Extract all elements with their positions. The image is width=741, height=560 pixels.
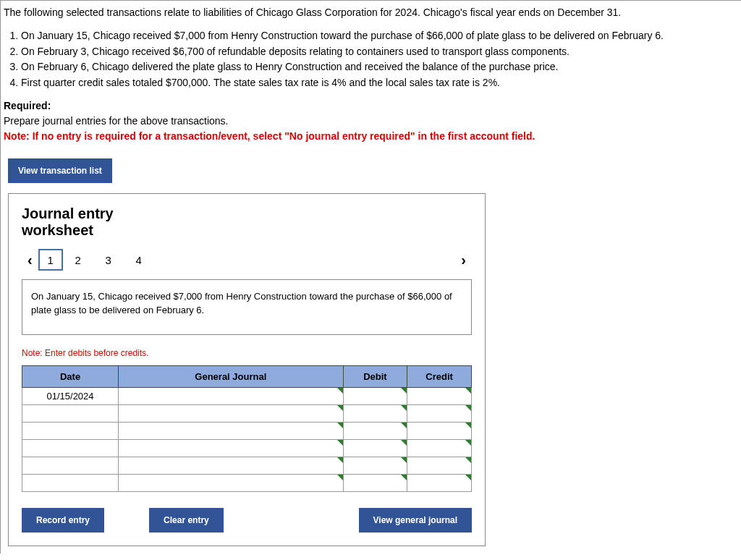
account-cell[interactable]	[119, 439, 344, 457]
dropdown-icon	[401, 475, 407, 480]
debit-cell[interactable]	[343, 439, 407, 457]
transaction-item: First quarter credit sales totaled $700,…	[21, 76, 741, 90]
credit-cell[interactable]	[407, 457, 472, 474]
page-2-tab[interactable]: 2	[66, 249, 90, 271]
dropdown-icon	[465, 423, 471, 428]
pager: ‹ 1 2 3 4 ›	[22, 249, 472, 271]
col-header-general-journal: General Journal	[119, 365, 344, 387]
credit-cell[interactable]	[407, 387, 472, 404]
col-header-debit: Debit	[343, 365, 407, 387]
page-1-tab[interactable]: 1	[38, 249, 63, 271]
dropdown-icon	[401, 405, 407, 411]
table-row	[22, 439, 472, 457]
dropdown-icon	[401, 457, 407, 463]
dropdown-icon	[337, 388, 343, 394]
dropdown-icon	[401, 440, 407, 446]
debit-cell[interactable]	[343, 474, 407, 491]
account-cell[interactable]	[119, 404, 344, 422]
col-header-date: Date	[22, 365, 119, 387]
transaction-item: On February 3, Chicago received $6,700 o…	[21, 45, 741, 59]
transaction-item: On February 6, Chicago delivered the pla…	[21, 60, 741, 75]
page-4-tab[interactable]: 4	[127, 249, 151, 271]
chevron-right-icon[interactable]: ›	[455, 252, 472, 268]
page-3-tab[interactable]: 3	[96, 249, 121, 271]
table-row	[22, 457, 472, 474]
dropdown-icon	[465, 475, 471, 480]
action-buttons-row: Record entry Clear entry View general jo…	[22, 508, 472, 533]
date-cell[interactable]: 01/15/2024	[22, 387, 119, 404]
required-label: Required:	[4, 100, 51, 111]
account-cell[interactable]	[119, 387, 344, 404]
clear-entry-button[interactable]: Clear entry	[149, 508, 224, 533]
dropdown-icon	[337, 457, 343, 463]
date-cell[interactable]	[22, 422, 119, 439]
problem-intro: The following selected transactions rela…	[1, 1, 741, 27]
dropdown-icon	[401, 388, 407, 394]
col-header-credit: Credit	[407, 365, 472, 387]
dropdown-icon	[465, 388, 471, 394]
credit-cell[interactable]	[407, 422, 472, 439]
account-cell[interactable]	[119, 474, 344, 491]
credit-cell[interactable]	[407, 404, 472, 422]
account-cell[interactable]	[119, 457, 344, 474]
account-cell[interactable]	[119, 422, 344, 439]
date-cell[interactable]	[22, 404, 119, 422]
journal-entry-table: Date General Journal Debit Credit 01/15/…	[22, 365, 472, 492]
table-row	[22, 422, 472, 439]
view-general-journal-button[interactable]: View general journal	[359, 508, 472, 533]
note-debits-before-credits: Note: Enter debits before credits.	[22, 348, 472, 358]
debit-cell[interactable]	[343, 422, 407, 439]
dropdown-icon	[337, 475, 343, 480]
transaction-list: On January 15, Chicago received $7,000 f…	[1, 29, 741, 98]
dropdown-icon	[337, 405, 343, 411]
table-row	[22, 404, 472, 422]
table-row	[22, 474, 472, 491]
worksheet-title: Journal entry worksheet	[22, 205, 472, 239]
table-row: 01/15/2024	[22, 387, 472, 404]
required-text: Prepare journal entries for the above tr…	[4, 115, 229, 127]
debit-cell[interactable]	[343, 457, 407, 474]
date-cell[interactable]	[22, 439, 119, 457]
credit-cell[interactable]	[407, 439, 472, 457]
dropdown-icon	[465, 440, 471, 446]
dropdown-icon	[465, 457, 471, 463]
record-entry-button[interactable]: Record entry	[22, 508, 104, 533]
date-cell[interactable]	[22, 474, 119, 491]
chevron-left-icon[interactable]: ‹	[22, 252, 38, 268]
required-note: Note: If no entry is required for a tran…	[4, 130, 535, 142]
transaction-item: On January 15, Chicago received $7,000 f…	[21, 29, 741, 43]
entry-description: On January 15, Chicago received $7,000 f…	[22, 279, 472, 334]
date-cell[interactable]	[22, 457, 119, 474]
journal-worksheet-panel: Journal entry worksheet ‹ 1 2 3 4 › On J…	[8, 193, 486, 546]
debit-cell[interactable]	[343, 387, 407, 404]
dropdown-icon	[337, 423, 343, 428]
debit-cell[interactable]	[343, 404, 407, 422]
view-transaction-list-button[interactable]: View transaction list	[8, 158, 112, 183]
dropdown-icon	[337, 440, 343, 446]
credit-cell[interactable]	[407, 474, 472, 491]
dropdown-icon	[465, 405, 471, 411]
dropdown-icon	[401, 423, 407, 428]
